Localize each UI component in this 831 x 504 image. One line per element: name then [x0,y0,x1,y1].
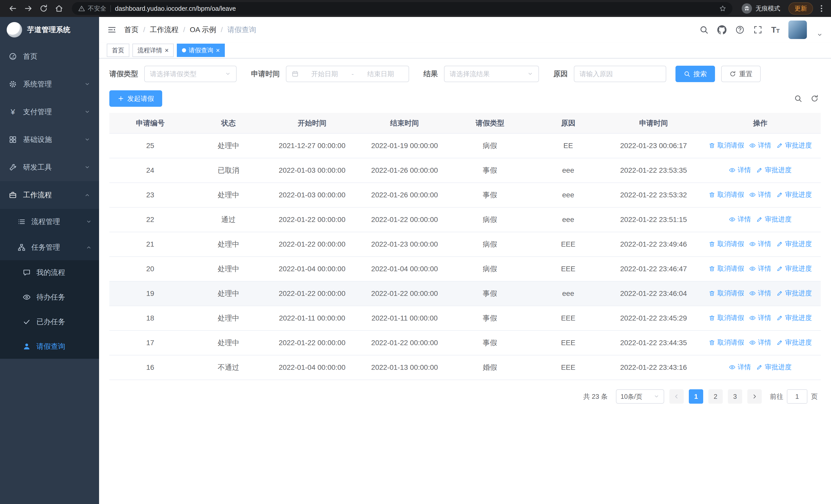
approval-progress-link[interactable]: 审批进度 [756,363,792,372]
table-row[interactable]: 20 处理中 2022-01-04 00:00:00 2022-01-04 00… [109,257,821,281]
sidebar-item-system-management[interactable]: 系统管理 [0,70,99,98]
close-icon[interactable]: × [165,47,169,54]
sidebar-item-payment-management[interactable]: ¥ 支付管理 [0,98,99,126]
sidebar-item-done-tasks[interactable]: 已办任务 [0,309,99,334]
detail-link[interactable]: 详情 [749,264,771,273]
font-size-icon[interactable]: TT [771,26,780,34]
reset-button[interactable]: 重置 [721,66,761,82]
cancel-leave-link[interactable]: 取消请假 [709,264,744,273]
sidebar-item-process-management[interactable]: 流程管理 [0,209,99,235]
breadcrumb-oa-example[interactable]: OA 示例 [190,25,216,35]
search-button[interactable]: 搜索 [676,66,715,82]
bookmark-star-icon[interactable] [719,5,726,12]
avatar-caret-icon[interactable] [816,32,823,38]
refresh-table-button[interactable] [810,94,819,102]
browser-update-button[interactable]: 更新 [789,2,813,14]
leave-type-select[interactable]: 请选择请假类型 [144,66,237,82]
table-row[interactable]: 19 处理中 2022-01-22 00:00:00 2022-01-22 00… [109,281,821,306]
table-row[interactable]: 23 处理中 2022-01-03 00:00:00 2022-01-26 00… [109,183,821,207]
sidebar-item-dev-tools[interactable]: 研发工具 [0,153,99,181]
approval-progress-link[interactable]: 审批进度 [776,190,812,199]
apply-time-range-picker[interactable]: 开始日期 - 结束日期 [286,66,409,82]
tab-process-detail[interactable]: 流程详情 × [133,43,174,57]
sidebar-item-task-management[interactable]: 任务管理 [0,235,99,260]
avatar[interactable] [789,21,807,39]
back-button[interactable] [6,2,20,15]
page-button-3[interactable]: 3 [728,389,742,404]
detail-link[interactable]: 详情 [749,141,771,150]
page-button-1[interactable]: 1 [689,389,703,404]
detail-link[interactable]: 详情 [749,313,771,322]
sidebar-item-my-processes[interactable]: 我的流程 [0,260,99,285]
detail-link[interactable]: 详情 [749,239,771,248]
approval-progress-link[interactable]: 审批进度 [776,313,812,322]
cancel-leave-link[interactable]: 取消请假 [709,141,744,150]
sidebar-item-leave-query[interactable]: 请假查询 [0,334,99,359]
breadcrumb-leave-query: 请假查询 [227,25,256,35]
cell-leave-type: 事假 [451,281,529,306]
eye-icon [749,339,756,346]
trash-icon [709,241,715,247]
approval-progress-link[interactable]: 审批进度 [756,166,792,175]
cell-start-time: 2022-01-03 00:00:00 [266,158,358,183]
result-select[interactable]: 请选择流结果 [444,66,539,82]
detail-link[interactable]: 详情 [749,338,771,347]
security-warning[interactable]: 不安全 [78,4,106,12]
table-row[interactable]: 24 已取消 2022-01-03 00:00:00 2022-01-26 00… [109,158,821,183]
goto-page-input[interactable] [787,389,807,404]
app-logo[interactable]: 芋道管理系统 [0,17,99,42]
table-row[interactable]: 17 处理中 2022-01-22 00:00:00 2022-01-22 00… [109,330,821,355]
sidebar-item-workflow[interactable]: 工作流程 [0,181,99,209]
sidebar-collapse-button[interactable] [107,25,116,34]
prev-page-button[interactable] [669,389,684,404]
approval-progress-link[interactable]: 审批进度 [776,338,812,347]
cancel-leave-link[interactable]: 取消请假 [709,338,744,347]
end-date-input[interactable]: 结束日期 [358,69,403,79]
address-bar[interactable]: 不安全 dashboard.yudao.iocoder.cn/bpm/oa/le… [72,2,733,15]
reload-button[interactable] [37,2,50,15]
create-leave-button[interactable]: 发起请假 [109,90,162,107]
start-date-input[interactable]: 开始日期 [302,69,347,79]
fullscreen-icon[interactable] [753,25,763,34]
hide-search-button[interactable] [794,94,802,102]
table-row[interactable]: 16 不通过 2022-01-04 00:00:00 2022-01-13 00… [109,355,821,380]
table-row[interactable]: 18 处理中 2022-01-11 00:00:00 2022-01-11 00… [109,306,821,330]
close-icon[interactable]: × [216,47,220,54]
detail-link[interactable]: 详情 [749,289,771,298]
sidebar-item-home[interactable]: 首页 [0,42,99,70]
cancel-leave-link[interactable]: 取消请假 [709,239,744,248]
next-page-button[interactable] [747,389,762,404]
cancel-leave-link[interactable]: 取消请假 [709,190,744,199]
approval-progress-link[interactable]: 审批进度 [776,239,812,248]
detail-link[interactable]: 详情 [729,215,751,224]
page-button-2[interactable]: 2 [708,389,723,404]
tab-leave-query[interactable]: 请假查询 × [177,43,225,57]
browser-menu-button[interactable] [817,4,826,13]
approval-progress-link[interactable]: 审批进度 [776,141,812,150]
forward-button[interactable] [22,2,35,15]
detail-link[interactable]: 详情 [729,363,751,372]
cancel-leave-link[interactable]: 取消请假 [709,289,744,298]
github-icon[interactable] [717,25,726,34]
sidebar-item-infrastructure[interactable]: 基础设施 [0,126,99,153]
header-search-button[interactable] [699,25,709,34]
table-row[interactable]: 25 处理中 2021-12-27 00:00:00 2022-01-19 00… [109,134,821,158]
table-row[interactable]: 22 通过 2022-01-22 00:00:00 2022-01-22 00:… [109,207,821,232]
detail-link[interactable]: 详情 [749,190,771,199]
home-button[interactable] [52,2,66,15]
detail-link[interactable]: 详情 [729,166,751,175]
breadcrumb-workflow[interactable]: 工作流程 [150,25,179,35]
approval-progress-link[interactable]: 审批进度 [776,264,812,273]
tab-home[interactable]: 首页 [107,43,130,57]
help-icon[interactable] [735,25,745,34]
sidebar-item-todo-tasks[interactable]: 待办任务 [0,285,99,309]
cancel-leave-link[interactable]: 取消请假 [709,313,744,322]
approval-progress-link[interactable]: 审批进度 [776,289,812,298]
cell-apply-time: 2022-01-22 23:53:32 [607,183,699,207]
approval-progress-link[interactable]: 审批进度 [756,215,792,224]
reason-input[interactable] [574,66,666,82]
table-row[interactable]: 21 处理中 2022-01-22 00:00:00 2022-01-23 00… [109,232,821,257]
breadcrumb-home[interactable]: 首页 [124,25,139,35]
page-size-select[interactable]: 10条/页 [616,389,664,404]
cell-reason: EEE [529,306,607,330]
